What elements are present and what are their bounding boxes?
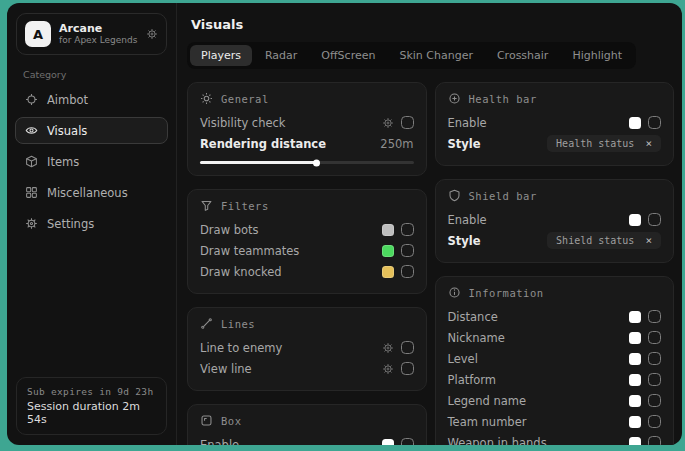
cube-icon — [25, 155, 38, 168]
setting-row: Legend name — [448, 390, 662, 411]
color-swatch[interactable] — [382, 245, 394, 257]
nickname-checkbox[interactable] — [648, 331, 661, 344]
setting-label: Nickname — [448, 331, 505, 345]
setting-label: Enable — [448, 116, 487, 130]
sidebar-item-label: Miscellaneous — [47, 186, 128, 200]
setting-label: Enable — [448, 213, 487, 227]
color-swatch[interactable] — [629, 332, 641, 344]
color-swatch[interactable] — [382, 266, 394, 278]
app-logo: A — [25, 21, 51, 47]
legend-name-checkbox[interactable] — [648, 394, 661, 407]
setting-label: Style — [448, 137, 481, 151]
color-swatch[interactable] — [629, 214, 641, 226]
session-info: Sub expires in 9d 23h Session duration 2… — [16, 377, 167, 435]
tab-radar[interactable]: Radar — [254, 45, 308, 66]
color-swatch[interactable] — [629, 437, 641, 446]
setting-label: View line — [200, 362, 252, 376]
setting-label: Line to enemy — [200, 341, 282, 355]
color-swatch[interactable] — [629, 416, 641, 428]
setting-label: Rendering distance — [200, 137, 326, 151]
distance-checkbox[interactable] — [648, 310, 661, 323]
setting-row: Nickname — [448, 327, 662, 348]
funnel-icon — [200, 199, 213, 212]
color-swatch[interactable] — [629, 311, 641, 323]
sidebar-item-label: Aimbot — [47, 93, 88, 107]
platform-checkbox[interactable] — [648, 373, 661, 386]
gear-icon[interactable] — [382, 363, 394, 375]
setting-label: Visibility check — [200, 116, 286, 130]
level-checkbox[interactable] — [648, 352, 661, 365]
right-column: Health bar Enable Style Health status — [435, 82, 675, 445]
setting-label: Draw knocked — [200, 265, 282, 279]
setting-row: Enable — [448, 209, 662, 230]
sidebar-item-visuals[interactable]: Visuals — [15, 117, 168, 144]
color-swatch[interactable] — [629, 395, 641, 407]
selected-option: Health status — [556, 138, 634, 149]
setting-label: Legend name — [448, 394, 527, 408]
tab-crosshair[interactable]: Crosshair — [486, 45, 559, 66]
gear-icon[interactable] — [382, 342, 394, 354]
sidebar-nav: Aimbot Visuals Items Miscellaneous Setti… — [7, 84, 176, 239]
box-icon — [200, 414, 213, 427]
setting-label: Draw bots — [200, 223, 259, 237]
sidebar-item-settings[interactable]: Settings — [15, 210, 168, 237]
slider-thumb[interactable] — [313, 159, 320, 166]
rendering-distance-slider[interactable] — [200, 161, 414, 164]
close-icon[interactable]: × — [645, 138, 652, 149]
card-general: General Visibility check Rendering dista… — [187, 82, 427, 176]
visibility-check-checkbox[interactable] — [401, 116, 414, 129]
main-panel: Visuals Players Radar OffScreen Skin Cha… — [177, 3, 682, 445]
gear-icon[interactable] — [146, 28, 158, 40]
card-title: General — [221, 93, 269, 105]
team-number-checkbox[interactable] — [648, 415, 661, 428]
box-enable-checkbox[interactable] — [401, 438, 414, 445]
card-health-bar: Health bar Enable Style Health status — [435, 82, 675, 166]
sidebar-item-label: Settings — [47, 217, 94, 231]
setting-row: Line to enemy — [200, 337, 414, 358]
setting-row: Style Shield status × — [448, 230, 662, 251]
app-subtitle: for Apex Legends — [59, 35, 138, 46]
tab-players[interactable]: Players — [190, 45, 252, 66]
shield-icon — [448, 189, 461, 202]
draw-knocked-checkbox[interactable] — [401, 265, 414, 278]
setting-label: Enable — [200, 438, 239, 446]
shield-enable-checkbox[interactable] — [648, 213, 661, 226]
card-title: Health bar — [469, 93, 537, 105]
card-shield-bar: Shield bar Enable Style Shield status — [435, 179, 675, 263]
health-style-select[interactable]: Health status × — [547, 135, 661, 152]
setting-label: Distance — [448, 310, 498, 324]
gear-icon[interactable] — [382, 117, 394, 129]
tab-highlight[interactable]: Highlight — [561, 45, 633, 66]
tab-offscreen[interactable]: OffScreen — [310, 45, 386, 66]
tab-bar: Players Radar OffScreen Skin Changer Cro… — [187, 42, 636, 69]
info-icon — [448, 286, 461, 299]
color-swatch[interactable] — [382, 224, 394, 236]
sidebar-item-items[interactable]: Items — [15, 148, 168, 175]
draw-bots-checkbox[interactable] — [401, 223, 414, 236]
health-enable-checkbox[interactable] — [648, 116, 661, 129]
close-icon[interactable]: × — [645, 235, 652, 246]
setting-row: Weapon in hands — [448, 432, 662, 445]
tab-skin-changer[interactable]: Skin Changer — [388, 45, 484, 66]
view-line-checkbox[interactable] — [401, 362, 414, 375]
color-swatch[interactable] — [629, 374, 641, 386]
sidebar-item-miscellaneous[interactable]: Miscellaneous — [15, 179, 168, 206]
sidebar-item-aimbot[interactable]: Aimbot — [15, 86, 168, 113]
category-label: Category — [23, 69, 160, 80]
color-swatch[interactable] — [629, 353, 641, 365]
setting-label: Level — [448, 352, 478, 366]
weapon-in-hands-checkbox[interactable] — [648, 436, 661, 445]
draw-teammates-checkbox[interactable] — [401, 244, 414, 257]
sidebar-item-label: Visuals — [47, 124, 87, 138]
shield-style-select[interactable]: Shield status × — [547, 232, 661, 249]
color-swatch[interactable] — [629, 117, 641, 129]
sidebar-item-label: Items — [47, 155, 79, 169]
setting-row: Style Health status × — [448, 133, 662, 154]
app-window: A Arcane for Apex Legends Category Aimbo… — [7, 3, 682, 445]
setting-row: Draw bots — [200, 219, 414, 240]
color-swatch[interactable] — [382, 439, 394, 446]
line-to-enemy-checkbox[interactable] — [401, 341, 414, 354]
setting-row: Enable — [200, 434, 414, 445]
card-title: Shield bar — [469, 190, 537, 202]
crosshair-icon — [25, 93, 38, 106]
